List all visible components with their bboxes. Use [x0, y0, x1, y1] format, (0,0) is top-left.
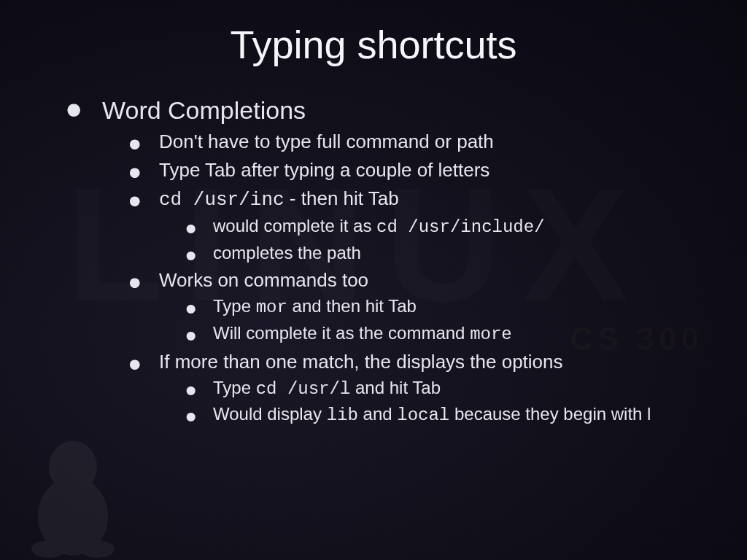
code: mor	[256, 298, 287, 317]
list-item: If more than one match, the displays the…	[128, 349, 718, 428]
code: cd /usr/include/	[376, 217, 544, 237]
text: would complete it as	[213, 216, 376, 236]
bullet-level-2: would complete it as cd /usr/include/ co…	[159, 214, 718, 265]
list-item: cd /usr/inc - then hit Tab would complet…	[128, 186, 718, 265]
text: - then hit Tab	[285, 187, 399, 209]
text: completes the path	[213, 243, 361, 262]
list-item: Type mor and then hit Tab	[185, 295, 718, 319]
list-item: Works on commands too Type mor and then …	[128, 268, 718, 346]
list-item: Would display lib and local because they…	[185, 402, 718, 427]
code: cd /usr/l	[256, 379, 351, 399]
bullet-level-2: Type cd /usr/l and hit Tab Would display…	[159, 376, 718, 428]
list-item: Type cd /usr/l and hit Tab	[185, 376, 718, 401]
code: local	[397, 405, 449, 425]
code: lib	[327, 405, 358, 425]
bullet-level-2: Type mor and then hit Tab Will complete …	[159, 295, 718, 346]
text: Type	[213, 378, 256, 397]
text: and	[358, 404, 397, 424]
text: Don't have to type full command or path	[159, 131, 494, 152]
slide: Typing shortcuts Word Completions Don't …	[0, 0, 747, 560]
list-item: would complete it as cd /usr/include/	[185, 214, 718, 239]
code: cd /usr/inc	[159, 189, 285, 211]
text: Would display	[213, 404, 327, 424]
text: Type	[213, 296, 256, 316]
list-item: Will complete it as the command more	[185, 322, 718, 346]
text: Type Tab after typing a couple of letter…	[159, 159, 489, 181]
list-item: Type Tab after typing a couple of letter…	[128, 158, 718, 183]
slide-title: Typing shortcuts	[29, 22, 718, 67]
text: because they begin with l	[449, 404, 651, 424]
code: more	[470, 324, 512, 344]
list-item: Don't have to type full command or path	[128, 129, 718, 155]
bullet-level-0: Word Completions Don't have to type full…	[29, 96, 718, 428]
text: Will complete it as the command	[213, 323, 470, 343]
text: and hit Tab	[350, 378, 441, 397]
text: If more than one match, the displays the…	[159, 351, 563, 373]
bullet-level-1: Don't have to type full command or path …	[102, 129, 718, 428]
list-item: Word Completions Don't have to type full…	[66, 96, 718, 428]
list-item: completes the path	[185, 241, 718, 265]
text: and then hit Tab	[287, 296, 417, 316]
